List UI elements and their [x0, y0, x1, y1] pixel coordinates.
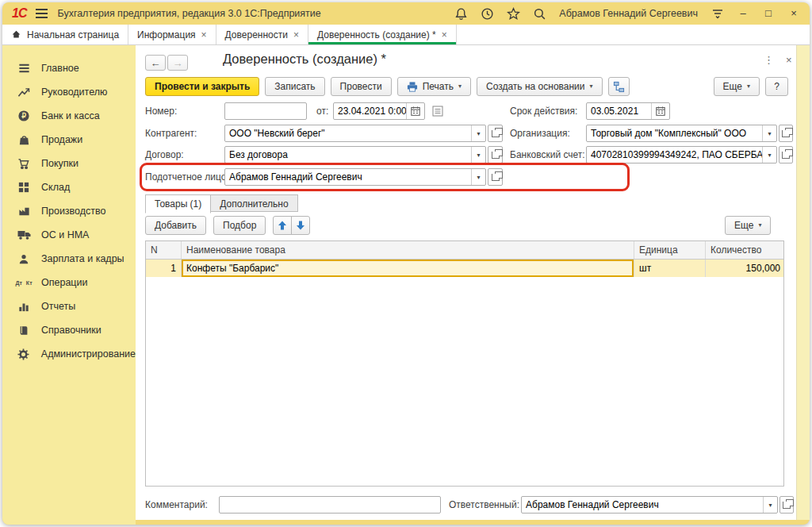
- sidebar-item-spravochniki[interactable]: Справочники: [2, 318, 136, 342]
- document-list-button[interactable]: [432, 106, 443, 117]
- add-row-button[interactable]: Добавить: [145, 216, 206, 235]
- minimize-icon[interactable]: –: [737, 7, 749, 20]
- create-based-on-button[interactable]: Создать на основании ▾: [477, 77, 603, 96]
- accountable-person-chooser-button[interactable]: [488, 168, 503, 186]
- cell-name[interactable]: Конфеты "Барбарис": [182, 260, 634, 277]
- tab-home[interactable]: Начальная страница: [2, 25, 128, 44]
- sidebar-item-administrirovanie[interactable]: Администрирование: [2, 342, 136, 366]
- comment-label: Комментарий:: [145, 496, 208, 514]
- main-menu-icon[interactable]: [36, 9, 48, 18]
- responsible-chooser-button[interactable]: [779, 496, 794, 514]
- bar-chart-icon: [17, 301, 31, 312]
- move-row-group: [273, 216, 310, 235]
- responsible-value[interactable]: Абрамов Геннадий Сергеевич: [522, 497, 763, 513]
- sidebar-item-otchety[interactable]: Отчеты: [2, 294, 136, 318]
- move-row-down-button[interactable]: [291, 216, 310, 235]
- accountable-person-combo: Абрамов Геннадий Сергеевич ▾: [224, 168, 486, 186]
- cell-unit[interactable]: шт: [634, 260, 706, 277]
- organization-value[interactable]: Торговый дом "Комплексный" ООО: [587, 125, 762, 141]
- sidebar-label: Зарплата и кадры: [41, 253, 124, 264]
- col-unit[interactable]: Единица: [634, 241, 706, 259]
- sidebar-item-proizvodstvo[interactable]: Производство: [2, 199, 136, 223]
- more-button[interactable]: Еще ▾: [714, 77, 760, 96]
- tab-additional[interactable]: Дополнительно: [210, 194, 297, 212]
- tab-doverennost-new[interactable]: Доверенность (создание) * ×: [308, 25, 457, 44]
- tab-information[interactable]: Информация ×: [128, 25, 216, 44]
- tab-povernosti-list[interactable]: Доверенности ×: [216, 25, 308, 44]
- bank-account-chooser-button[interactable]: [779, 146, 793, 163]
- favorites-star-icon[interactable]: [507, 7, 520, 21]
- notifications-bell-icon[interactable]: [454, 7, 468, 21]
- document-tabbar: Начальная страница Информация × Доверенн…: [2, 25, 810, 45]
- sidebar-item-prodazhi[interactable]: Продажи: [2, 128, 136, 152]
- table-row[interactable]: 1 Конфеты "Барбарис" шт 150,000: [146, 260, 783, 277]
- items-more-button[interactable]: Еще ▾: [725, 216, 771, 235]
- sidebar-item-glavnoe[interactable]: Главное: [2, 56, 136, 80]
- counterparty-value[interactable]: ООО "Невский берег": [225, 125, 471, 141]
- comment-input[interactable]: [219, 496, 441, 514]
- items-table: N Наименование товара Единица Количество…: [145, 240, 784, 487]
- dropdown-button[interactable]: ▾: [763, 497, 777, 513]
- sidebar-item-operacii[interactable]: Дт Кт Операции: [2, 271, 136, 294]
- forward-arrow-icon: →: [173, 57, 183, 69]
- col-n[interactable]: N: [146, 241, 182, 259]
- sidebar-item-os-i-nma[interactable]: ОС и НМА: [2, 223, 136, 247]
- move-row-up-button[interactable]: [273, 216, 292, 235]
- sidebar-label: Главное: [41, 63, 79, 74]
- contract-chooser-button[interactable]: [488, 146, 503, 163]
- help-button[interactable]: ?: [765, 77, 788, 96]
- current-user[interactable]: Абрамов Геннадий Сергеевич: [559, 8, 698, 19]
- tab-close-icon[interactable]: ×: [201, 30, 207, 40]
- form-close-icon[interactable]: ×: [786, 54, 792, 66]
- dropdown-icon: ▾: [477, 130, 480, 137]
- col-quantity[interactable]: Количество: [706, 241, 785, 259]
- print-button[interactable]: Печать ▾: [397, 77, 471, 96]
- nav-back-button[interactable]: ←: [145, 55, 166, 71]
- tab-close-icon[interactable]: ×: [442, 30, 447, 40]
- maximize-icon[interactable]: □: [762, 7, 775, 20]
- calendar-button[interactable]: [406, 103, 424, 119]
- bank-account-value[interactable]: 40702810399994349242, ПАО СБЕРБАНК: [587, 147, 762, 163]
- sidebar-item-rukovoditelyu[interactable]: Руководителю: [2, 80, 136, 104]
- accountable-person-value[interactable]: Абрамов Геннадий Сергеевич: [225, 169, 471, 185]
- sidebar-item-pokupki[interactable]: Покупки: [2, 152, 136, 175]
- col-name[interactable]: Наименование товара: [182, 241, 634, 259]
- organization-chooser-button[interactable]: [779, 125, 793, 142]
- counterparty-label: Контрагент:: [145, 125, 197, 142]
- service-menu-icon[interactable]: [710, 7, 724, 21]
- sidebar-item-sklad[interactable]: Склад: [2, 175, 136, 199]
- sidebar-item-bank-i-kassa[interactable]: ₽ Банк и касса: [2, 104, 136, 128]
- subordination-structure-button[interactable]: [608, 77, 630, 96]
- write-button[interactable]: Записать: [265, 77, 324, 96]
- post-button[interactable]: Провести: [331, 77, 392, 96]
- number-input[interactable]: [224, 102, 307, 120]
- dropdown-button[interactable]: ▾: [762, 125, 776, 141]
- dropdown-button[interactable]: ▾: [762, 147, 776, 163]
- date-value[interactable]: 23.04.2021 0:00:00: [334, 103, 406, 119]
- sidebar-item-zarplata-i-kadry[interactable]: Зарплата и кадры: [2, 247, 136, 271]
- open-list-icon: [783, 502, 791, 509]
- search-icon[interactable]: [533, 7, 546, 21]
- form-right-gutter: [796, 45, 810, 520]
- dropdown-button[interactable]: ▾: [471, 169, 485, 185]
- cell-n[interactable]: 1: [146, 260, 182, 277]
- history-clock-icon[interactable]: [481, 7, 494, 21]
- arrow-up-icon: [278, 221, 287, 230]
- form-toolbar: Провести и закрыть Записать Провести Печ…: [145, 77, 630, 96]
- tab-close-icon[interactable]: ×: [293, 30, 299, 40]
- validity-date-value[interactable]: 03.05.2021: [587, 103, 651, 119]
- contract-value[interactable]: Без договора: [225, 147, 471, 163]
- tab-goods[interactable]: Товары (1): [145, 194, 211, 213]
- nav-forward-button[interactable]: →: [167, 55, 188, 71]
- pick-button[interactable]: Подбор: [213, 216, 266, 235]
- date-input: 23.04.2021 0:00:00: [333, 102, 425, 120]
- cell-quantity[interactable]: 150,000: [706, 260, 785, 277]
- dropdown-button[interactable]: ▾: [471, 147, 485, 163]
- calendar-button[interactable]: [651, 103, 669, 119]
- form-menu-dots-icon[interactable]: ⋮: [764, 54, 774, 66]
- window-close-icon[interactable]: ×: [787, 7, 800, 20]
- debit-credit-icon: Дт Кт: [17, 280, 31, 286]
- dropdown-button[interactable]: ▾: [471, 125, 485, 141]
- post-and-close-button[interactable]: Провести и закрыть: [145, 77, 259, 96]
- counterparty-chooser-button[interactable]: [488, 125, 503, 142]
